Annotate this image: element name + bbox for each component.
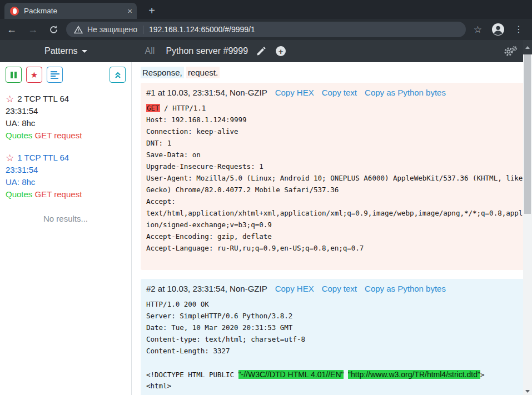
reload-button[interactable] (49, 25, 58, 34)
forward-button[interactable]: → (28, 24, 38, 34)
packet-line: Date: Tue, 10 Mar 2020 20:31:53 GMT (146, 323, 532, 335)
stream-title: 2 TCP TTL 64 (17, 93, 69, 105)
app-header: Patterns All Python server #9999 + (0, 40, 532, 62)
packet-line: User-Agent: Mozilla/5.0 (Linux; Android … (146, 174, 532, 186)
url-text[interactable]: 192.168.1.124:65000/#/9999/1 (149, 25, 255, 34)
sidebar-toolbar: ★ (6, 67, 126, 83)
packet-id: #1 at 10.03, 23:31:54, Non-GZIP (146, 88, 267, 97)
stream-ua: UA: 8hc (6, 176, 126, 188)
copy-text-link[interactable]: Copy text (322, 88, 357, 97)
color-legend: Response, request. (141, 68, 532, 77)
packet-line: Content-Length: 3327 (146, 347, 532, 358)
packet-line: ion/signed-exchange;v=b3;q=0.9 (146, 221, 532, 232)
response-legend-label: Response, (141, 67, 184, 78)
stream-tags: Quotes GET request (6, 129, 126, 142)
browser-toolbar: ← → Не защищено 192.168.1.124:65000/#/99… (0, 19, 532, 40)
packet-line: DNT: 1 (146, 139, 532, 151)
add-service-button[interactable]: + (276, 46, 286, 56)
scroll-up-button[interactable] (523, 40, 532, 54)
packet-line: Gecko) Chrome/82.0.4077.2 Mobile Safari/… (146, 186, 532, 197)
all-services-tab[interactable]: All (145, 46, 155, 56)
page-scrollbar[interactable] (523, 40, 532, 395)
patterns-label: Patterns (44, 46, 78, 56)
page-content: ★ ☆ 2 TCP TTL 64 (0, 62, 532, 395)
packet-body: HTTP/1.0 200 OKServer: SimpleHTTP/0.6 Py… (146, 300, 532, 393)
favorite-star-icon[interactable]: ☆ (6, 153, 14, 163)
packet-line: Save-Data: on (146, 151, 532, 162)
packet-line (146, 358, 532, 370)
pause-capture-button[interactable] (6, 67, 22, 83)
tab-close-icon[interactable]: × (127, 7, 132, 15)
stream-list-item[interactable]: ☆ 2 TCP TTL 64 23:31:54 UA: 8hc Quotes G… (6, 93, 126, 142)
packet-card-header: #2 at 10.03, 23:31:54, Non-GZIP Copy HEX… (146, 284, 532, 293)
copy-hex-link[interactable]: Copy HEX (275, 88, 314, 97)
packet-line: <html> (146, 382, 532, 393)
stream-list-button[interactable] (47, 67, 63, 83)
gears-icon (503, 46, 518, 57)
security-label: Не защищено (87, 25, 137, 34)
tag-quotes: Quotes (6, 131, 32, 140)
packet-line: Content-type: text/html; charset=utf-8 (146, 335, 532, 347)
copy-python-bytes-link[interactable]: Copy as Python bytes (365, 88, 446, 97)
address-bar[interactable]: Не защищено 192.168.1.124:65000/#/9999/1 (66, 22, 466, 37)
service-title[interactable]: Python server #9999 (166, 46, 248, 56)
tag-get-request: GET request (35, 189, 82, 199)
scrollbar-thumb[interactable] (524, 54, 531, 214)
browser-tab[interactable]: Packmate × (4, 3, 137, 19)
profile-avatar[interactable] (492, 23, 504, 36)
packet-line: <!DOCTYPE HTML PUBLIC "-//W3C//DTD HTML … (146, 370, 532, 382)
packet-line: text/html,application/xhtml+xml,applicat… (146, 209, 532, 221)
stream-title: 1 TCP TTL 64 (17, 152, 69, 164)
packmate-favicon-icon (10, 7, 19, 16)
stream-tags: Quotes GET request (6, 188, 126, 201)
stream-time: 23:31:54 (6, 164, 126, 176)
packet-line: Connection: keep-alive (146, 127, 532, 139)
triangle-up-icon (525, 46, 530, 49)
copy-text-link[interactable]: Copy text (322, 284, 357, 293)
request-legend-label: request. (186, 67, 220, 78)
bookmark-star-icon[interactable]: ☆ (474, 24, 482, 36)
packet-line: Server: SimpleHTTP/0.6 Python/3.8.2 (146, 312, 532, 323)
packet-line: HTTP/1.0 200 OK (146, 300, 532, 312)
packet-card-response: #2 at 10.03, 23:31:54, Non-GZIP Copy HEX… (141, 279, 532, 395)
favorite-star-icon[interactable]: ☆ (6, 94, 14, 104)
packet-line: GET / HTTP/1.1 (146, 104, 532, 116)
browser-tab-bar: Packmate × + (0, 0, 532, 19)
packet-body: GET / HTTP/1.1Host: 192.168.1.124:9999Co… (146, 104, 532, 256)
copy-python-bytes-link[interactable]: Copy as Python bytes (365, 284, 446, 293)
edit-service-button[interactable] (257, 47, 266, 56)
reload-icon (49, 25, 58, 34)
caret-down-icon (82, 50, 87, 53)
settings-button[interactable] (503, 46, 518, 57)
copy-hex-link[interactable]: Copy HEX (275, 284, 314, 293)
packet-card-header: #1 at 10.03, 23:31:54, Non-GZIP Copy HEX… (146, 88, 532, 97)
pencil-icon (257, 47, 266, 56)
tag-quotes: Quotes (6, 189, 32, 199)
new-tab-button[interactable]: + (145, 3, 159, 18)
packet-view: Response, request. #1 at 10.03, 23:31:54… (132, 62, 532, 395)
scroll-down-button[interactable] (525, 390, 530, 393)
favorites-filter-button[interactable]: ★ (26, 67, 42, 83)
patterns-dropdown[interactable]: Patterns (44, 46, 87, 56)
stream-time: 23:31:54 (6, 105, 126, 117)
tag-get-request: GET request (35, 131, 82, 140)
back-button[interactable]: ← (7, 24, 17, 34)
align-left-icon (51, 71, 59, 79)
star-icon: ★ (31, 70, 38, 80)
packet-line: Accept-Language: ru-RU,ru;q=0.9,en-US;q=… (146, 244, 532, 256)
tab-title: Packmate (24, 7, 127, 15)
no-results-text: No results... (6, 214, 126, 223)
packet-line: Upgrade-Insecure-Requests: 1 (146, 162, 532, 174)
packet-card-request: #1 at 10.03, 23:31:54, Non-GZIP Copy HEX… (141, 83, 532, 270)
stream-sidebar: ★ ☆ 2 TCP TTL 64 (0, 62, 132, 395)
double-chevron-up-icon (114, 71, 122, 79)
stream-list-item-active[interactable]: ☆ 1 TCP TTL 64 23:31:54 UA: 8hc Quotes G… (6, 152, 126, 201)
address-divider (143, 26, 143, 34)
collapse-sidebar-button[interactable] (110, 67, 126, 83)
browser-menu-icon[interactable]: ⋮ (512, 25, 525, 34)
packet-id: #2 at 10.03, 23:31:54, Non-GZIP (146, 284, 267, 293)
not-secure-warning-icon[interactable] (74, 26, 83, 34)
stream-ua: UA: 8hc (6, 117, 126, 129)
packet-line: Accept-Encoding: gzip, deflate (146, 232, 532, 244)
packet-line: Host: 192.168.1.124:9999 (146, 116, 532, 127)
